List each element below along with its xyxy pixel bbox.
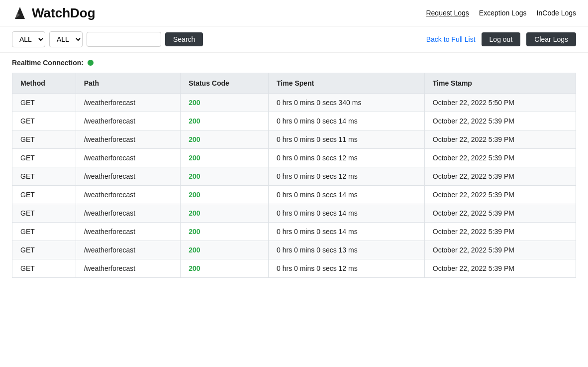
cell-path: /weatherforecast (76, 94, 181, 112)
table-row[interactable]: GET/weatherforecast2000 hrs 0 mins 0 sec… (12, 241, 576, 259)
cell-timestamp: October 22, 2022 5:39 PM (424, 223, 576, 241)
table-container: Method Path Status Code Time Spent Time … (0, 73, 588, 278)
cell-method: GET (12, 167, 76, 186)
logo-text: WatchDog (32, 5, 96, 21)
cell-method: GET (12, 130, 76, 149)
cell-status: 200 (181, 223, 269, 241)
cell-status: 200 (181, 149, 269, 167)
cell-method: GET (12, 186, 76, 204)
col-path: Path (76, 73, 181, 94)
table-row[interactable]: GET/weatherforecast2000 hrs 0 mins 0 sec… (12, 259, 576, 278)
cell-path: /weatherforecast (76, 204, 181, 223)
cell-time-spent: 0 hrs 0 mins 0 secs 14 ms (269, 204, 425, 223)
logs-table: Method Path Status Code Time Spent Time … (12, 73, 576, 278)
cell-time-spent: 0 hrs 0 mins 0 secs 11 ms (269, 130, 425, 149)
table-row[interactable]: GET/weatherforecast2000 hrs 0 mins 0 sec… (12, 186, 576, 204)
cell-time-spent: 0 hrs 0 mins 0 secs 12 ms (269, 149, 425, 167)
cell-path: /weatherforecast (76, 186, 181, 204)
back-to-full-list-link[interactable]: Back to Full List (426, 35, 476, 43)
filter2-select[interactable]: ALL (49, 31, 83, 47)
cell-time-spent: 0 hrs 0 mins 0 secs 14 ms (269, 112, 425, 130)
toolbar-left: ALL ALL Search (12, 31, 203, 47)
clear-logs-button[interactable]: Clear Logs (526, 32, 576, 46)
table-row[interactable]: GET/weatherforecast2000 hrs 0 mins 0 sec… (12, 112, 576, 130)
cell-method: GET (12, 259, 76, 278)
logout-button[interactable]: Log out (482, 32, 521, 46)
cell-method: GET (12, 94, 76, 112)
nav-request-logs[interactable]: Request Logs (426, 9, 469, 17)
col-time-spent: Time Spent (269, 73, 425, 94)
cell-timestamp: October 22, 2022 5:39 PM (424, 149, 576, 167)
cell-method: GET (12, 241, 76, 259)
cell-path: /weatherforecast (76, 112, 181, 130)
cell-method: GET (12, 149, 76, 167)
table-row[interactable]: GET/weatherforecast2000 hrs 0 mins 0 sec… (12, 149, 576, 167)
cell-time-spent: 0 hrs 0 mins 0 secs 14 ms (269, 186, 425, 204)
watchdog-logo-icon (12, 5, 28, 21)
cell-time-spent: 0 hrs 0 mins 0 secs 12 ms (269, 167, 425, 186)
cell-method: GET (12, 112, 76, 130)
cell-time-spent: 0 hrs 0 mins 0 secs 340 ms (269, 94, 425, 112)
col-method: Method (12, 73, 76, 94)
table-row[interactable]: GET/weatherforecast2000 hrs 0 mins 0 sec… (12, 204, 576, 223)
cell-path: /weatherforecast (76, 149, 181, 167)
table-row[interactable]: GET/weatherforecast2000 hrs 0 mins 0 sec… (12, 94, 576, 112)
realtime-bar: Realtime Connection: (0, 53, 588, 73)
nav-links: Request Logs Exception Logs InCode Logs (426, 9, 576, 17)
col-timestamp: Time Stamp (424, 73, 576, 94)
search-button[interactable]: Search (165, 32, 203, 46)
toolbar: ALL ALL Search Back to Full List Log out… (0, 26, 588, 53)
cell-timestamp: October 22, 2022 5:39 PM (424, 167, 576, 186)
realtime-dot (88, 60, 94, 66)
col-status-code: Status Code (181, 73, 269, 94)
cell-status: 200 (181, 112, 269, 130)
cell-status: 200 (181, 94, 269, 112)
cell-timestamp: October 22, 2022 5:39 PM (424, 259, 576, 278)
table-row[interactable]: GET/weatherforecast2000 hrs 0 mins 0 sec… (12, 223, 576, 241)
search-input[interactable] (87, 32, 161, 47)
cell-timestamp: October 22, 2022 5:39 PM (424, 204, 576, 223)
cell-status: 200 (181, 204, 269, 223)
filter1-select[interactable]: ALL (12, 31, 45, 47)
toolbar-right: Back to Full List Log out Clear Logs (426, 32, 576, 46)
cell-path: /weatherforecast (76, 223, 181, 241)
cell-path: /weatherforecast (76, 167, 181, 186)
realtime-label: Realtime Connection: (12, 59, 84, 67)
cell-status: 200 (181, 130, 269, 149)
cell-time-spent: 0 hrs 0 mins 0 secs 13 ms (269, 241, 425, 259)
table-header: Method Path Status Code Time Spent Time … (12, 73, 576, 94)
cell-status: 200 (181, 186, 269, 204)
cell-timestamp: October 22, 2022 5:39 PM (424, 241, 576, 259)
nav-exception-logs[interactable]: Exception Logs (479, 9, 527, 17)
cell-path: /weatherforecast (76, 259, 181, 278)
nav-incode-logs[interactable]: InCode Logs (537, 9, 576, 17)
cell-timestamp: October 22, 2022 5:39 PM (424, 112, 576, 130)
cell-method: GET (12, 223, 76, 241)
cell-path: /weatherforecast (76, 130, 181, 149)
cell-path: /weatherforecast (76, 241, 181, 259)
cell-timestamp: October 22, 2022 5:39 PM (424, 186, 576, 204)
header: WatchDog Request Logs Exception Logs InC… (0, 0, 588, 26)
logo-area: WatchDog (12, 5, 96, 21)
cell-timestamp: October 22, 2022 5:50 PM (424, 94, 576, 112)
cell-status: 200 (181, 167, 269, 186)
cell-time-spent: 0 hrs 0 mins 0 secs 14 ms (269, 223, 425, 241)
cell-method: GET (12, 204, 76, 223)
cell-status: 200 (181, 259, 269, 278)
table-row[interactable]: GET/weatherforecast2000 hrs 0 mins 0 sec… (12, 130, 576, 149)
cell-timestamp: October 22, 2022 5:39 PM (424, 130, 576, 149)
cell-status: 200 (181, 241, 269, 259)
table-row[interactable]: GET/weatherforecast2000 hrs 0 mins 0 sec… (12, 167, 576, 186)
table-body: GET/weatherforecast2000 hrs 0 mins 0 sec… (12, 94, 576, 278)
cell-time-spent: 0 hrs 0 mins 0 secs 12 ms (269, 259, 425, 278)
